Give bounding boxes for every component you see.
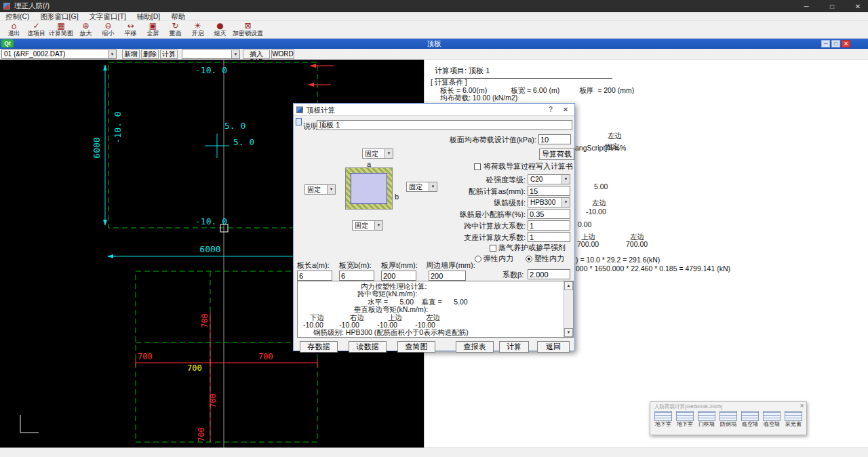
palette-item-blast-wall-1[interactable]: 临空墙	[740, 411, 760, 427]
concrete-grade-value: C20	[528, 176, 561, 184]
child-close-button[interactable]: ✕	[842, 40, 850, 47]
palette-item-basement-roof[interactable]: 地下室	[653, 411, 673, 427]
collapse-shelter-icon	[719, 411, 737, 421]
load-input[interactable]	[538, 134, 571, 144]
dim-horizontal-6000: 6000	[199, 244, 220, 254]
view-diagram-button[interactable]: 查简图	[397, 341, 435, 353]
steam-curing-checkbox[interactable]	[490, 245, 496, 252]
dim-vertical-6000: 6000	[92, 137, 102, 158]
insert-cad-button[interactable]: 插入CAD	[243, 49, 270, 59]
palette-item-basement[interactable]: 地下室	[675, 411, 695, 427]
menu-assist[interactable]: 辅助[D]	[132, 12, 165, 21]
plate-diagram	[345, 167, 393, 210]
toolbar-select-project-button[interactable]: 选项目	[25, 21, 47, 37]
palette-item-blast-wall-2[interactable]: 临空墙	[762, 411, 782, 427]
child-minimize-button[interactable]: ─	[821, 40, 830, 47]
yellow-700: 700	[187, 363, 202, 373]
menu-graphic-window[interactable]: 图形窗口[G]	[35, 12, 84, 21]
menu-help[interactable]: 帮助	[165, 12, 191, 21]
secondary-select[interactable]: ▼	[182, 49, 240, 59]
dialog-title: 顶板计算	[307, 106, 335, 115]
toolbar-layer-on-button[interactable]: 开启	[186, 21, 209, 37]
palette-item-door-frame-wall[interactable]: 门框墙	[696, 411, 717, 427]
scroll-down-icon[interactable]: ▼	[564, 328, 573, 337]
blast-wall-icon	[741, 411, 759, 421]
result-line: 垂直板边弯矩(kN.m/m):	[298, 306, 573, 313]
concrete-grade-select[interactable]: C20 ▼	[528, 174, 570, 184]
midspan-factor-input[interactable]	[528, 220, 570, 231]
description-input[interactable]	[317, 120, 572, 130]
plastic-force-radio[interactable]	[526, 256, 532, 262]
write-to-report-checkbox[interactable]	[474, 163, 481, 170]
save-data-button[interactable]: 存数据	[300, 341, 338, 353]
word-button[interactable]: WORD	[271, 49, 294, 59]
toolbar-exit-button[interactable]: 退出	[3, 21, 25, 37]
report-frag-script: angScript]%%%	[575, 144, 626, 152]
min-rebar-ratio-input[interactable]	[528, 209, 570, 219]
rebar-grade-label: 纵筋级别:	[424, 199, 526, 207]
load-label: 板面均布荷载设计值(kPa):	[395, 136, 536, 144]
rebar-grade-select[interactable]: HPB300 ▼	[528, 197, 570, 207]
calculate-button[interactable]: 计算	[160, 49, 178, 59]
status-bar	[0, 448, 868, 457]
toolbar-fullscreen-button[interactable]: 全屏	[142, 21, 164, 37]
toolbar-calc-diagram-button[interactable]: 计算简图	[47, 21, 75, 37]
slab-thickness-label: 板厚t(mm):	[381, 261, 418, 270]
rebar-cover-input[interactable]	[528, 186, 570, 196]
concrete-grade-label: 砼强度等级:	[424, 176, 526, 184]
dialog-help-button[interactable]: ?	[546, 106, 555, 113]
value-mid-1: 5. 0	[224, 121, 245, 131]
red-700-vertical-3: 700	[197, 427, 206, 442]
application-window: 理正人防(/) ─ □ ✕ 控制(C) 图形窗口[G] 文字窗口[T] 辅助[D…	[0, 0, 868, 457]
toolbar-dongle-settings-button[interactable]: 加密锁设置	[231, 21, 264, 37]
read-data-button[interactable]: 读数据	[349, 341, 387, 353]
derive-load-button[interactable]: 导算荷载	[539, 148, 574, 160]
beta-factor-input[interactable]	[528, 269, 570, 279]
chevron-down-icon: ▼	[561, 175, 570, 184]
maximize-button[interactable]: □	[827, 3, 837, 10]
delete-button[interactable]: 删除	[141, 49, 159, 59]
slab-length-input[interactable]	[297, 271, 332, 281]
child-maximize-button[interactable]: □	[831, 40, 840, 47]
support-factor-input[interactable]	[528, 232, 570, 242]
menu-control[interactable]: 控制(C)	[0, 12, 35, 21]
result-textarea[interactable]: 内力按塑性理论计算: 跨中弯矩(kN.m/m): 水平 = 5.00 垂直 = …	[297, 281, 574, 338]
toolbar-layer-off-button[interactable]: 熄灭	[209, 21, 231, 37]
edge-top-value: 固定	[363, 150, 384, 158]
compute-button[interactable]: 计算	[499, 341, 529, 353]
slab-width-label: 板宽b(m):	[339, 261, 372, 270]
edge-left-select[interactable]: 固定 ▼	[304, 184, 336, 195]
edge-top-select[interactable]: 固定 ▼	[362, 148, 393, 159]
slab-width-input[interactable]	[339, 271, 374, 281]
edge-bottom-select[interactable]: 固定 ▼	[352, 220, 383, 231]
palette-item-skylight[interactable]: 采光窗	[783, 411, 804, 427]
menu-text-window[interactable]: 文字窗口[T]	[84, 12, 132, 21]
palette-item-collapse-shelter[interactable]: 防倒塌	[718, 411, 738, 427]
dialog-close-button[interactable]: ✕	[561, 106, 570, 113]
edge-bottom-value: 固定	[353, 222, 374, 230]
report-frag-700b: 700.00	[626, 240, 648, 248]
dialog-icon	[296, 106, 303, 113]
note-icon	[296, 118, 302, 125]
result-line: 钢筋级别: HPB300 (配筋面积小于0表示构造配筋)	[298, 329, 573, 336]
slab-thickness-input[interactable]	[381, 271, 416, 281]
write-to-report-label: 将荷载导算过程写入计算书	[484, 162, 573, 171]
result-scrollbar[interactable]: ▲ ▼	[564, 281, 573, 337]
minimize-button[interactable]: ─	[802, 3, 811, 10]
toolbar-redraw-button[interactable]: 重画	[164, 21, 186, 37]
toolbar-zoom-out-button[interactable]: 缩小	[97, 21, 119, 37]
toolbar-zoom-in-button[interactable]: 放大	[75, 21, 97, 37]
beta-factor-label: 系数β:	[502, 271, 524, 279]
new-button[interactable]: 新增	[122, 49, 140, 59]
file-select[interactable]: 01 (&RF_0002.DAT) ▼	[1, 49, 117, 59]
report-frag-calc-2: 000 * 1650.000 * 22.460 * 0.185 = 4799.1…	[576, 264, 730, 273]
palette-close-button[interactable]: ✕	[800, 403, 804, 409]
wall-thickness-input[interactable]	[429, 271, 466, 281]
elastic-force-radio[interactable]	[475, 256, 481, 262]
return-button[interactable]: 返回	[537, 341, 570, 353]
scroll-up-icon[interactable]: ▲	[564, 281, 573, 290]
toolbar-pan-button[interactable]: 平移	[119, 21, 142, 37]
close-button[interactable]: ✕	[853, 3, 863, 10]
zoom-out-icon	[104, 22, 111, 30]
view-report-button[interactable]: 查报表	[456, 341, 494, 353]
